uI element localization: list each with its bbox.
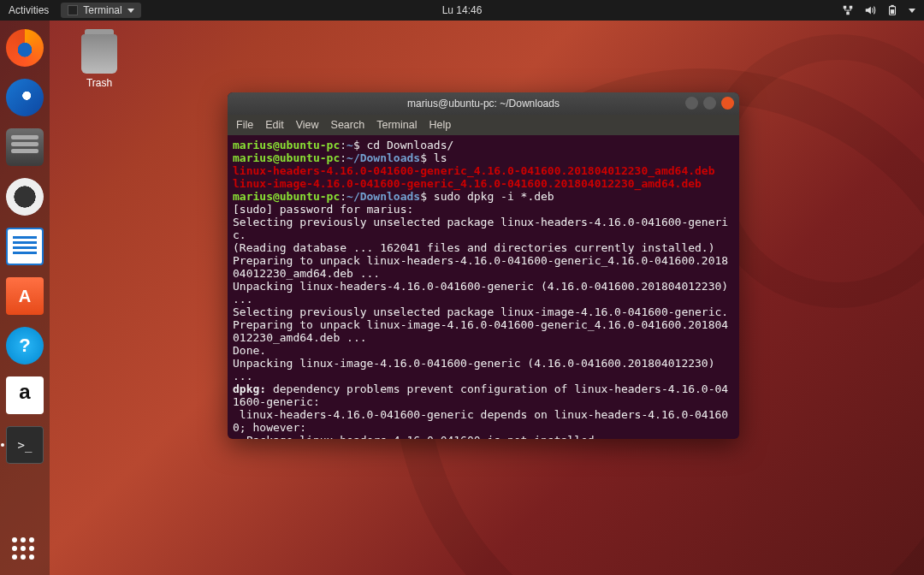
terminal-small-icon: [68, 5, 78, 15]
command-sudo-dpkg: sudo dpkg -i *.deb: [427, 190, 554, 203]
output-line: Unpacking linux-image-4.16.0-041600-gene…: [233, 357, 721, 382]
command-ls: ls: [427, 151, 447, 164]
dock-files[interactable]: [6, 128, 44, 166]
window-titlebar[interactable]: marius@ubuntu-pc: ~/Downloads: [228, 92, 739, 115]
svg-rect-2: [846, 12, 850, 15]
menu-terminal[interactable]: Terminal: [376, 119, 417, 131]
show-applications-button[interactable]: [12, 537, 38, 563]
dock-rhythmbox[interactable]: [6, 178, 44, 216]
output-line: Selecting previously unselected package …: [233, 305, 728, 318]
dock-libreoffice-writer[interactable]: [6, 228, 44, 265]
app-menu-label: Terminal: [83, 4, 121, 16]
activities-button[interactable]: Activities: [9, 4, 49, 16]
prompt-sep: :: [340, 139, 346, 151]
terminal-output[interactable]: marius@ubuntu-pc:~$ cd Downloads/ marius…: [228, 135, 739, 439]
svg-rect-5: [891, 9, 894, 14]
prompt-path: ~/Downloads: [346, 151, 420, 164]
trash-label: Trash: [74, 77, 125, 89]
dock-ubuntu-software[interactable]: [6, 277, 44, 315]
output-line: Package linux-headers-4.16.0-041600 is n…: [233, 434, 601, 439]
system-menu-chevron-icon[interactable]: [909, 9, 915, 13]
svg-rect-4: [891, 5, 894, 7]
svg-rect-0: [844, 6, 847, 9]
dock-amazon[interactable]: [6, 376, 44, 414]
window-title: marius@ubuntu-pc: ~/Downloads: [407, 98, 560, 110]
dock-firefox[interactable]: [6, 29, 44, 67]
output-line: Selecting previously unselected package …: [233, 216, 728, 241]
maximize-button[interactable]: [703, 97, 716, 110]
volume-icon[interactable]: [864, 4, 876, 16]
prompt-path: ~: [346, 139, 353, 151]
menu-search[interactable]: Search: [331, 119, 365, 131]
chevron-down-icon: [127, 9, 134, 13]
prompt-userhost: marius@ubuntu-pc: [233, 151, 340, 164]
top-panel: Activities Terminal Lu 14:46: [0, 0, 924, 21]
svg-rect-1: [850, 6, 853, 9]
network-icon[interactable]: [842, 4, 854, 16]
command-cd: cd Downloads/: [360, 139, 454, 151]
output-line: Unpacking linux-headers-4.16.0-041600-ge…: [233, 280, 735, 305]
dock-help[interactable]: [6, 327, 44, 365]
app-menu-button[interactable]: Terminal: [61, 3, 140, 18]
clock[interactable]: Lu 14:46: [442, 4, 483, 16]
dock-thunderbird[interactable]: [6, 79, 44, 116]
terminal-window[interactable]: marius@ubuntu-pc: ~/Downloads File Edit …: [228, 92, 739, 439]
minimize-button[interactable]: [685, 97, 698, 110]
output-line: Preparing to unpack linux-headers-4.16.0…: [233, 254, 728, 280]
prompt-userhost: marius@ubuntu-pc: [233, 139, 340, 151]
menu-view[interactable]: View: [296, 119, 319, 131]
ls-file-1: linux-headers-4.16.0-041600-generic_4.16…: [233, 164, 715, 177]
output-line: Preparing to unpack linux-image-4.16.0-0…: [233, 318, 728, 344]
close-button[interactable]: [721, 97, 734, 110]
menu-edit[interactable]: Edit: [265, 119, 284, 131]
trash-icon: [81, 34, 117, 74]
output-line: (Reading database ... 162041 files and d…: [233, 241, 715, 254]
menu-help[interactable]: Help: [429, 119, 451, 131]
output-line: dependency problems prevent configuratio…: [233, 382, 728, 408]
desktop-trash[interactable]: Trash: [74, 34, 125, 89]
menu-file[interactable]: File: [236, 119, 253, 131]
terminal-menubar: File Edit View Search Terminal Help: [228, 115, 739, 135]
battery-icon[interactable]: [886, 4, 898, 16]
dock: [0, 21, 50, 575]
output-dpkg-label: dpkg:: [233, 382, 266, 395]
ls-file-2: linux-image-4.16.0-041600-generic_4.16.0…: [233, 177, 702, 190]
output-line: linux-headers-4.16.0-041600-generic depe…: [233, 408, 728, 434]
output-line: [sudo] password for marius:: [233, 203, 420, 216]
dock-terminal[interactable]: [6, 426, 44, 464]
prompt-symbol: $: [353, 139, 360, 151]
output-line: Done.: [233, 344, 266, 357]
